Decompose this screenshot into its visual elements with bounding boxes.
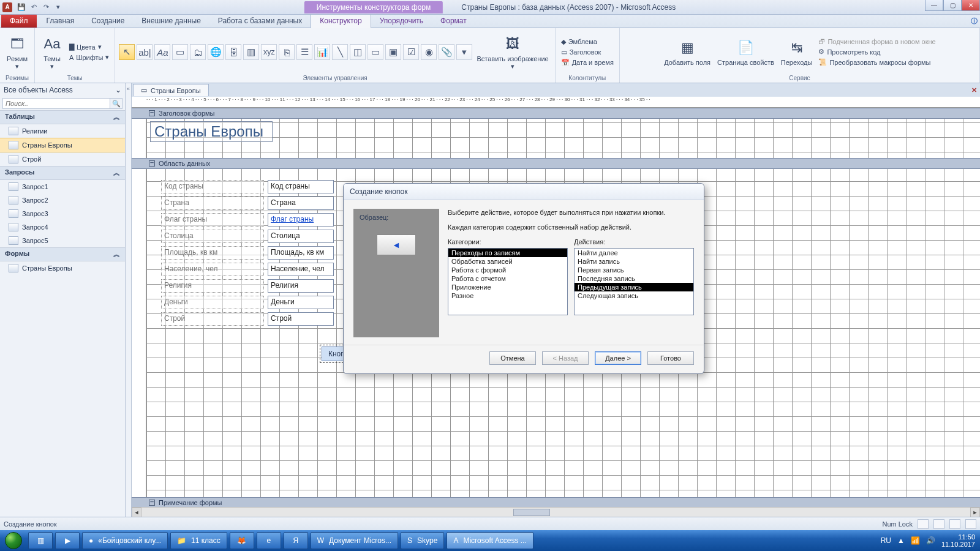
list-item[interactable]: Приложение (448, 283, 567, 291)
field-label[interactable]: Население, чел (161, 263, 264, 276)
qat-save-icon[interactable]: 💾 (16, 2, 27, 13)
section-form-header[interactable]: Заголовок формы (132, 108, 980, 119)
window-close-button[interactable]: ✕ (962, 0, 980, 11)
scroll-right-icon[interactable]: ► (970, 508, 980, 517)
control-unbound-obj-icon[interactable]: ▣ (385, 44, 401, 60)
form-title-label[interactable]: Страны Европы (150, 121, 273, 142)
search-input[interactable] (2, 98, 110, 109)
control-attachment-icon[interactable]: 📎 (439, 44, 454, 60)
nav-form-item[interactable]: Страны Европы (0, 261, 125, 275)
language-indicator[interactable]: RU (881, 536, 891, 545)
taskbar-item[interactable]: e (257, 532, 281, 549)
nav-query-item[interactable]: Запрос5 (0, 234, 125, 247)
nav-group-forms[interactable]: Формы︽ (0, 247, 125, 261)
control-option-group-icon[interactable]: xyz (261, 44, 277, 60)
control-listbox-icon[interactable]: ☰ (296, 44, 312, 60)
taskbar-item[interactable]: 🦊 (230, 532, 254, 549)
window-restore-button[interactable]: ▢ (943, 0, 962, 11)
tray-volume-icon[interactable]: 🔊 (926, 536, 935, 545)
field-label[interactable]: Флаг страны (161, 213, 264, 227)
tab-design[interactable]: Конструктор (311, 13, 371, 28)
button-view-code[interactable]: ⚙Просмотреть код (816, 47, 937, 56)
control-textbox-icon[interactable]: ab| (137, 44, 153, 60)
list-item[interactable]: Предыдущая запись (575, 283, 693, 291)
list-item[interactable]: Обработка записей (448, 257, 567, 266)
control-rectangle-icon[interactable]: ▭ (368, 44, 383, 60)
control-line-icon[interactable]: ╲ (332, 44, 348, 60)
field-control[interactable]: Столица (268, 230, 334, 243)
scroll-left-icon[interactable]: ◄ (132, 508, 141, 517)
control-button-icon[interactable]: ▭ (172, 44, 188, 60)
tab-external[interactable]: Внешние данные (133, 14, 209, 28)
field-label[interactable]: Страна (161, 197, 264, 210)
field-label[interactable]: Площадь, кв км (161, 246, 264, 260)
taskbar-item[interactable]: SSkype (401, 532, 444, 549)
search-icon[interactable]: 🔍 (110, 98, 123, 109)
qat-redo-icon[interactable]: ↷ (40, 2, 51, 13)
view-layout-icon[interactable] (949, 519, 960, 529)
finish-button[interactable]: Готово (647, 351, 694, 365)
taskbar-item[interactable]: 📁11 класс (170, 532, 227, 549)
list-item[interactable]: Работа с формой (448, 266, 567, 274)
nav-collapse-button[interactable]: « (126, 83, 132, 517)
button-logo[interactable]: ◆Эмблема (559, 37, 616, 47)
horizontal-scrollbar[interactable]: ◄ ► (132, 507, 980, 517)
button-convert-macros[interactable]: 📜Преобразовать макросы формы (816, 58, 937, 67)
tab-file[interactable]: Файл (1, 14, 37, 28)
taskbar-pinned-media[interactable]: ▶ (55, 532, 80, 549)
list-item[interactable]: Последняя запись (575, 274, 693, 283)
field-label[interactable]: Деньги (161, 296, 264, 309)
field-label[interactable]: Строй (161, 312, 264, 326)
categories-listbox[interactable]: Переходы по записямОбработка записейРабо… (448, 248, 568, 315)
control-insert-page-icon[interactable]: ⎘ (279, 44, 295, 60)
list-item[interactable]: Найти далее (575, 249, 693, 257)
tab-home[interactable]: Главная (38, 14, 83, 28)
control-checkbox-icon[interactable]: ☑ (403, 44, 419, 60)
button-tab-order[interactable]: ↹Переходы (778, 37, 815, 67)
button-datetime[interactable]: 📅Дата и время (559, 58, 616, 67)
qat-customize-icon[interactable]: ▾ (53, 2, 64, 13)
control-option-icon[interactable]: ◉ (421, 44, 437, 60)
next-button[interactable]: Далее > (595, 351, 641, 365)
list-item[interactable]: Разное (448, 291, 567, 300)
taskbar-item[interactable]: AMicrosoft Access ... (447, 532, 533, 549)
button-insert-image[interactable]: 🖼Вставить изображение▾ (474, 33, 551, 71)
field-control[interactable]: Страна (268, 197, 334, 210)
field-control[interactable]: Население, чел (268, 263, 334, 276)
tab-dbtools[interactable]: Работа с базами данных (209, 14, 311, 28)
taskbar-pinned-explorer[interactable]: ▥ (28, 532, 53, 549)
view-form-icon[interactable] (918, 519, 929, 529)
nav-group-tables[interactable]: Таблицы︽ (0, 110, 125, 124)
button-view-mode[interactable]: 🗔Режим▾ (4, 33, 31, 71)
button-colors[interactable]: ▇Цвета ▾ (67, 42, 111, 51)
tab-arrange[interactable]: Упорядочить (371, 14, 432, 28)
tray-clock[interactable]: 11:5011.10.2017 (941, 533, 975, 548)
close-document-button[interactable]: ✕ (968, 84, 980, 96)
window-minimize-button[interactable]: — (925, 0, 943, 11)
field-label[interactable]: Религия (161, 279, 264, 293)
field-control[interactable]: Флаг страны (268, 213, 334, 227)
tab-format[interactable]: Формат (432, 14, 475, 28)
control-navigation-icon[interactable]: 🗄 (225, 44, 241, 60)
control-gallery-more-icon[interactable]: ▾ (456, 44, 472, 60)
button-subform-new-window[interactable]: 🗗Подчиненная форма в новом окне (816, 37, 937, 46)
field-control[interactable]: Площадь, кв км (268, 246, 334, 260)
view-datasheet-icon[interactable] (933, 519, 944, 529)
field-control[interactable]: Код страны (268, 180, 334, 193)
taskbar-item[interactable]: Я (284, 532, 308, 549)
list-item[interactable]: Переходы по записям (448, 249, 567, 257)
back-button[interactable]: < Назад (542, 351, 589, 365)
tab-create[interactable]: Создание (83, 14, 133, 28)
tray-flag-icon[interactable]: ▲ (897, 536, 905, 545)
field-control[interactable]: Религия (268, 279, 334, 293)
document-tab[interactable]: ▭Страны Европы (133, 84, 209, 96)
cancel-button[interactable]: Отмена (489, 351, 536, 365)
control-toggle-icon[interactable]: ◫ (350, 44, 366, 60)
button-fonts[interactable]: AШрифты ▾ (67, 53, 111, 62)
field-label[interactable]: Код страны (161, 180, 264, 193)
list-item[interactable]: Найти запись (575, 257, 693, 266)
nav-group-queries[interactable]: Запросы︽ (0, 166, 125, 180)
nav-table-item[interactable]: Строй (0, 152, 125, 166)
qat-undo-icon[interactable]: ↶ (28, 2, 39, 13)
ribbon-help-icon[interactable]: ⓘ (968, 17, 980, 28)
